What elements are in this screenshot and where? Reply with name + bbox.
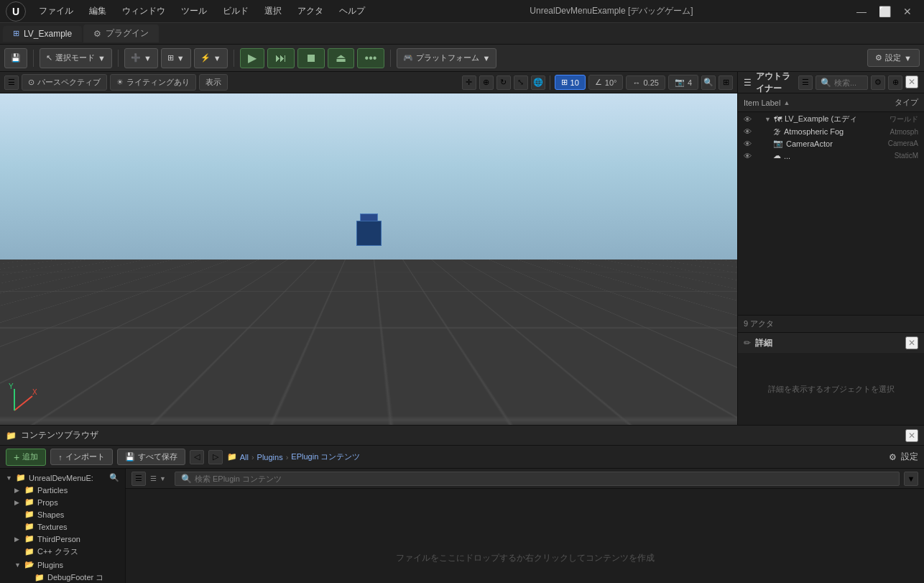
plus-icon: + xyxy=(14,451,19,463)
cb-add-button[interactable]: + 追加 xyxy=(6,449,46,466)
cb-plugins-label: Plugins xyxy=(37,561,63,569)
platform-button[interactable]: 🎮 プラットフォーム ▼ xyxy=(397,48,496,68)
arrow-open-icon[interactable]: ▼ xyxy=(764,116,771,123)
cb-main-area[interactable]: ☰ ☰ ▼ 🔍 ▼ ファイルをここにドロップするか右クリックしてコンテンツを作成 xyxy=(126,469,924,583)
viewport-menu-button[interactable]: ☰ xyxy=(4,75,19,90)
cb-search-field[interactable] xyxy=(195,474,893,483)
cb-tree-particles[interactable]: ▶ 📁 Particles xyxy=(0,484,125,496)
snap-button[interactable]: ⊞ ▼ xyxy=(161,48,191,68)
build-button[interactable]: ⚡ ▼ xyxy=(194,48,228,68)
move-icon[interactable]: ⊕ xyxy=(479,75,494,90)
grid-button[interactable]: ⊞ 10 xyxy=(555,75,586,90)
eye-icon-camera[interactable]: 👁 xyxy=(744,139,752,148)
menu-tools[interactable]: ツール xyxy=(174,2,214,20)
path-plugins[interactable]: Plugins xyxy=(257,453,283,462)
tab-lv-example[interactable]: ⊞ LV_Example xyxy=(3,26,82,42)
show-button[interactable]: 表示 xyxy=(199,74,228,91)
grid-icon: ⊞ xyxy=(561,78,568,87)
eye-icon-other[interactable]: 👁 xyxy=(744,152,752,160)
menu-select[interactable]: 選択 xyxy=(257,2,289,20)
cb-search-dropdown[interactable]: ▼ xyxy=(904,472,918,486)
menu-build[interactable]: ビルド xyxy=(216,2,256,20)
cb-close-button[interactable]: ✕ xyxy=(905,429,918,442)
outliner-search-input[interactable] xyxy=(834,78,863,87)
outliner-tree[interactable]: 👁 ▼ 🗺 LV_Example (エディ ワールド 👁 🌫 Atmospher… xyxy=(738,112,924,315)
eye-icon[interactable]: 👁 xyxy=(744,115,752,124)
plugin-icon: ⚙ xyxy=(93,29,101,39)
cb-tree-thirdperson[interactable]: ▶ 📁 ThirdPerson xyxy=(0,533,125,545)
select-mode-button[interactable]: ↖ 選択モード ▼ xyxy=(40,48,112,68)
cb-view-icon: ☰ xyxy=(150,474,157,482)
cb-tree[interactable]: ▼ 📁 UnrealDevMenuE: 🔍 ▶ 📁 Particles ▶ 📁 … xyxy=(0,469,126,583)
cb-search-input-wrap[interactable]: 🔍 xyxy=(175,472,900,486)
snap-value: 4 xyxy=(688,78,692,87)
path-all[interactable]: All xyxy=(240,453,249,462)
cb-tree-debugfooter-co[interactable]: ▶ 📁 DebugFooter コ xyxy=(0,571,125,583)
maximize-viewport-button[interactable]: 🔍 xyxy=(701,75,716,90)
cb-tree-root[interactable]: ▼ 📁 UnrealDevMenuE: 🔍 xyxy=(0,472,125,484)
tree-item-camera[interactable]: 👁 📷 CameraActor CameraA xyxy=(738,137,924,150)
add-object-button[interactable]: ➕ ▼ xyxy=(124,48,158,68)
cb-title: コンテンツブラウザ xyxy=(21,429,98,441)
outliner-filter-button[interactable]: ☰ xyxy=(798,75,813,90)
obj-body xyxy=(356,221,382,246)
perspective-button[interactable]: ⊙ パースペクティブ xyxy=(22,74,107,91)
cb-import-button[interactable]: ↑ インポート xyxy=(50,449,113,465)
tree-item-world[interactable]: 👁 ▼ 🗺 LV_Example (エディ ワールド xyxy=(738,112,924,126)
menu-file[interactable]: ファイル xyxy=(32,2,80,20)
search-tree-icon[interactable]: 🔍 xyxy=(109,473,119,482)
import-icon: ↑ xyxy=(58,453,63,462)
viewport-3d[interactable]: X Y xyxy=(0,93,737,425)
cb-tree-cpp[interactable]: ▶ 📁 C++ クラス xyxy=(0,545,125,559)
angle-button[interactable]: ∠ 10° xyxy=(588,75,624,90)
translate-icon[interactable]: ✛ xyxy=(462,75,476,90)
tree-item-other[interactable]: 👁 ☁ ... StaticM xyxy=(738,150,924,162)
snap-value-button[interactable]: 📷 4 xyxy=(668,75,698,90)
play-next-button[interactable]: ⏭ xyxy=(267,48,295,68)
scale-icon[interactable]: ⤡ xyxy=(514,75,528,90)
cb-save-all-button[interactable]: 💾 すべて保存 xyxy=(117,449,185,465)
close-button[interactable]: ✕ xyxy=(897,4,918,19)
add-icon: ➕ xyxy=(131,53,141,63)
cb-tree-plugins[interactable]: ▼ 📂 Plugins xyxy=(0,559,125,571)
tree-other-type: StaticM xyxy=(861,152,918,160)
tree-item-fog[interactable]: 👁 🌫 Atmospheric Fog Atmosph xyxy=(738,126,924,137)
cb-tree-textures[interactable]: ▶ 📁 Textures xyxy=(0,520,125,533)
viewport-options-button[interactable]: ⊞ xyxy=(719,75,733,90)
rotate-icon[interactable]: ↻ xyxy=(496,75,511,90)
cb-empty-area[interactable]: ファイルをここにドロップするか右クリックしてコンテンツを作成 xyxy=(126,489,924,583)
stop-button[interactable]: ⏹ xyxy=(297,48,325,68)
play-button[interactable]: ▶ xyxy=(240,48,264,68)
scale-button[interactable]: ↔ 0.25 xyxy=(626,75,665,90)
tab-plugin[interactable]: ⚙ プラグイン xyxy=(83,24,159,42)
outliner-add-button[interactable]: ⚙ xyxy=(871,75,885,90)
menu-actor[interactable]: アクタ xyxy=(290,2,331,20)
build-icon: ⚡ xyxy=(200,53,211,63)
pencil-icon: ✏ xyxy=(744,338,751,348)
minimize-button[interactable]: — xyxy=(851,4,872,19)
play-options-button[interactable]: ••• xyxy=(357,48,385,68)
menu-edit[interactable]: 編集 xyxy=(82,2,114,20)
eject-button[interactable]: ⏏ xyxy=(328,48,354,68)
outliner-search-box[interactable]: 🔍 xyxy=(816,75,868,90)
cb-settings-label[interactable]: 設定 xyxy=(901,451,918,463)
eye-icon-fog[interactable]: 👁 xyxy=(744,127,752,136)
cb-back-button[interactable]: ◁ xyxy=(190,450,204,464)
maximize-button[interactable]: ⬜ xyxy=(874,4,895,19)
menu-help[interactable]: ヘルプ xyxy=(332,2,372,20)
outliner-settings-button[interactable]: ⊕ xyxy=(888,75,902,90)
world-icon[interactable]: 🌐 xyxy=(531,75,545,90)
perspective-label: パースペクティブ xyxy=(37,77,101,88)
tree-props-arrow: ▶ xyxy=(14,499,22,506)
cb-filter-button[interactable]: ☰ xyxy=(131,472,146,486)
save-button[interactable]: 💾 xyxy=(4,48,27,68)
cb-tree-shapes[interactable]: ▶ 📁 Shapes xyxy=(0,508,125,520)
details-close-button[interactable]: ✕ xyxy=(905,336,918,349)
outliner-close-button[interactable]: ✕ xyxy=(905,75,918,88)
cb-tree-props[interactable]: ▶ 📁 Props xyxy=(0,496,125,508)
path-eplugin[interactable]: EPlugin コンテンツ xyxy=(291,451,360,462)
menu-window[interactable]: ウィンドウ xyxy=(115,2,172,20)
settings-button[interactable]: ⚙ 設定 ▼ xyxy=(867,49,920,67)
lighting-button[interactable]: ☀ ライティングあり xyxy=(110,74,196,91)
cb-forward-button[interactable]: ▷ xyxy=(208,450,223,464)
